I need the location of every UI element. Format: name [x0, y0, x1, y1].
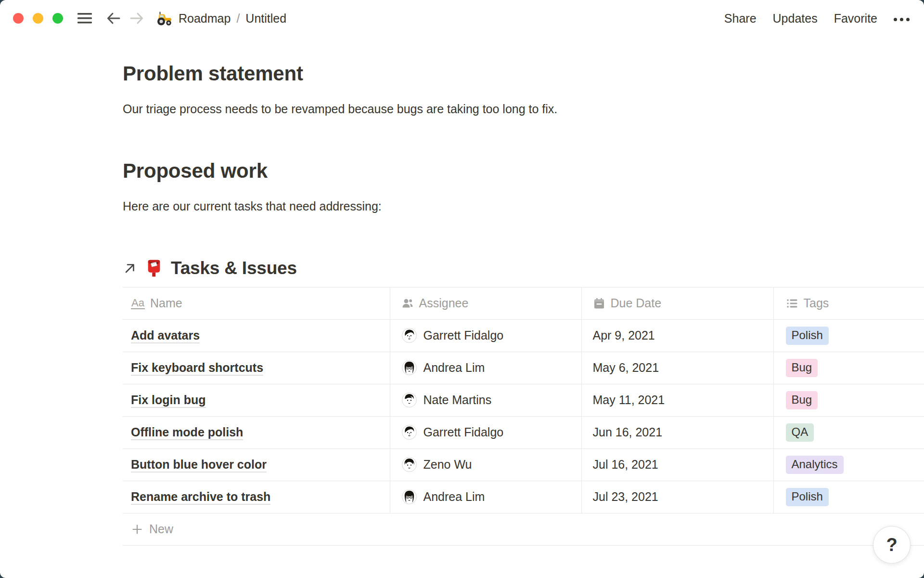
- table-row: Fix login bug Nate Martins May 11, 2021 …: [123, 384, 924, 416]
- app-window: Roadmap / Untitled Share Updates Favorit…: [0, 0, 924, 578]
- heading-problem-statement: Problem statement: [123, 62, 924, 86]
- assignee-name: Andrea Lim: [424, 361, 485, 375]
- tasks-table: Aa Name: [123, 287, 924, 546]
- table-row: Offline mode polish Garrett Fidalgo Jun …: [123, 416, 924, 448]
- paragraph-proposed: Here are our current tasks that need add…: [123, 197, 821, 216]
- task-name-link[interactable]: Button blue hover color: [131, 458, 267, 473]
- calendar-icon: [593, 297, 605, 310]
- share-button[interactable]: Share: [724, 12, 757, 26]
- column-label: Due Date: [611, 296, 662, 310]
- due-date-value: Jun 16, 2021: [593, 425, 663, 439]
- task-name-link[interactable]: Fix login bug: [131, 393, 206, 408]
- window-controls: [13, 13, 63, 24]
- assignee-avatar: [402, 425, 417, 440]
- assignee-name: Zeno Wu: [424, 458, 472, 472]
- paragraph-problem: Our triage process needs to be revamped …: [123, 100, 821, 118]
- table-row: Add avatars Garrett Fidalgo Apr 9, 2021 …: [123, 319, 924, 352]
- assignee-name: Garrett Fidalgo: [424, 328, 504, 342]
- column-header-assignee[interactable]: Assignee: [390, 287, 581, 319]
- column-label: Assignee: [419, 296, 469, 310]
- list-icon: [786, 297, 798, 310]
- heading-proposed-work: Proposed work: [123, 159, 924, 183]
- breadcrumb-root[interactable]: Roadmap: [179, 12, 231, 26]
- tractor-emoji: [156, 10, 173, 26]
- collection-title[interactable]: Tasks & Issues: [171, 258, 297, 278]
- postbox-emoji: [144, 258, 164, 278]
- table-row: Rename archive to trash Andrea Lim Jul 2…: [123, 481, 924, 513]
- zoom-button[interactable]: [52, 13, 63, 24]
- breadcrumb-separator: /: [236, 12, 240, 26]
- table-body: Add avatars Garrett Fidalgo Apr 9, 2021 …: [123, 319, 924, 513]
- assignee-avatar: [402, 360, 417, 375]
- table-row: Fix keyboard shortcuts Andrea Lim May 6,…: [123, 352, 924, 384]
- new-row[interactable]: New: [123, 513, 924, 545]
- help-button[interactable]: ?: [873, 526, 911, 564]
- close-button[interactable]: [13, 13, 24, 24]
- sidebar-menu-icon[interactable]: [76, 9, 94, 27]
- plus-icon: [131, 524, 143, 535]
- task-name-link[interactable]: Rename archive to trash: [131, 490, 270, 505]
- assignee-avatar: [402, 328, 417, 343]
- task-name-link[interactable]: Add avatars: [131, 328, 200, 343]
- titlebar-actions: Share Updates Favorite: [724, 12, 910, 26]
- tag-badge: Analytics: [786, 456, 844, 474]
- open-as-page-icon[interactable]: [123, 261, 137, 276]
- due-date-value: Jul 23, 2021: [593, 490, 658, 503]
- tag-badge: QA: [786, 423, 814, 442]
- due-date-value: Apr 9, 2021: [593, 328, 655, 342]
- due-date-value: May 6, 2021: [593, 361, 659, 374]
- due-date-value: Jul 16, 2021: [593, 458, 658, 471]
- back-icon[interactable]: [104, 9, 123, 27]
- updates-button[interactable]: Updates: [773, 12, 818, 26]
- titlebar: Roadmap / Untitled Share Updates Favorit…: [0, 0, 924, 37]
- assignee-avatar: [402, 393, 417, 407]
- column-header-name[interactable]: Aa Name: [123, 287, 390, 319]
- collection-header: Tasks & Issues: [123, 258, 924, 278]
- assignee-name: Nate Martins: [424, 393, 492, 407]
- column-header-due-date[interactable]: Due Date: [581, 287, 773, 319]
- assignee-name: Andrea Lim: [424, 490, 485, 504]
- assignee-name: Garrett Fidalgo: [424, 425, 504, 439]
- breadcrumb-current[interactable]: Untitled: [245, 12, 286, 26]
- task-name-link[interactable]: Offline mode polish: [131, 425, 243, 440]
- breadcrumb: Roadmap / Untitled: [156, 10, 286, 26]
- favorite-button[interactable]: Favorite: [834, 12, 877, 26]
- column-label: Name: [150, 296, 182, 310]
- page-body: Problem statement Our triage process nee…: [0, 62, 924, 546]
- due-date-value: May 11, 2021: [593, 393, 665, 407]
- new-row-label: New: [149, 522, 173, 536]
- more-options-icon[interactable]: [894, 16, 910, 21]
- table-header-row: Aa Name: [123, 287, 924, 319]
- tag-badge: Bug: [786, 359, 818, 377]
- table-row: Button blue hover color Zeno Wu Jul 16, …: [123, 448, 924, 481]
- tag-badge: Bug: [786, 391, 818, 409]
- assignee-avatar: [402, 489, 417, 504]
- tag-badge: Polish: [786, 488, 829, 506]
- column-header-tags[interactable]: Tags: [773, 287, 924, 319]
- tag-badge: Polish: [786, 327, 829, 345]
- task-name-link[interactable]: Fix keyboard shortcuts: [131, 361, 263, 376]
- person-icon: [401, 297, 414, 310]
- forward-icon[interactable]: [128, 9, 146, 27]
- text-property-icon: Aa: [131, 297, 145, 309]
- column-label: Tags: [804, 296, 829, 310]
- minimize-button[interactable]: [33, 13, 43, 24]
- assignee-avatar: [402, 457, 417, 472]
